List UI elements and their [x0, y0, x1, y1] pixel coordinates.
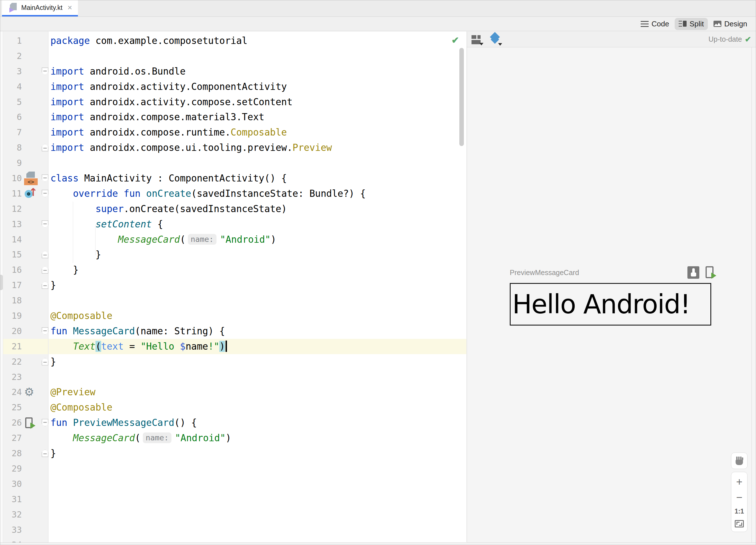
gutter-row[interactable]: 28	[0, 446, 48, 461]
line-number[interactable]: 29	[0, 461, 22, 476]
code-line[interactable]: }	[49, 262, 466, 278]
fold-marker[interactable]	[42, 144, 48, 151]
code-line[interactable]: import androidx.compose.ui.tooling.previ…	[49, 140, 466, 155]
line-number[interactable]: 26	[0, 415, 22, 431]
line-number[interactable]: 7	[0, 125, 22, 140]
close-icon[interactable]: ×	[67, 4, 72, 12]
code-line[interactable]	[49, 461, 466, 476]
fold-marker[interactable]	[42, 251, 48, 258]
code-line[interactable]: class MainActivity : ComponentActivity()…	[49, 171, 466, 186]
editor-scrollbar[interactable]	[459, 48, 464, 146]
code-line[interactable]	[49, 370, 466, 385]
line-number[interactable]: 24	[0, 385, 22, 400]
line-number[interactable]: 30	[0, 476, 22, 492]
line-number[interactable]: 21	[0, 339, 22, 354]
gutter-row[interactable]: 11↑	[0, 186, 48, 201]
gutter-row[interactable]: 12	[0, 201, 48, 217]
line-number[interactable]: 23	[0, 370, 22, 385]
line-number[interactable]: 25	[0, 400, 22, 415]
code-line[interactable]: }	[49, 278, 466, 293]
line-number[interactable]: 6	[0, 109, 22, 125]
line-number[interactable]: 2	[0, 48, 22, 64]
zoom-to-fit-icon[interactable]	[735, 520, 744, 527]
code-line[interactable]	[49, 522, 466, 538]
code-line[interactable]: @Composable	[49, 400, 466, 415]
line-number[interactable]: 32	[0, 507, 22, 522]
fold-marker[interactable]	[42, 174, 48, 182]
code-editor[interactable]: 12345678910<>11↑121314151617181920212223…	[0, 31, 466, 543]
line-number[interactable]: 28	[0, 446, 22, 461]
line-number[interactable]: 27	[0, 431, 22, 446]
gutter-row[interactable]: 7	[0, 125, 48, 140]
code-line[interactable]: setContent {	[49, 217, 466, 232]
tab-mainactivity[interactable]: MainActivity.kt ×	[2, 0, 78, 16]
code-line[interactable]: import androidx.compose.material3.Text	[49, 109, 466, 125]
tool-window-handle[interactable]	[0, 275, 3, 290]
line-number[interactable]: 9	[0, 155, 22, 171]
line-number[interactable]: 18	[0, 293, 22, 308]
fold-marker[interactable]	[42, 220, 48, 228]
line-number[interactable]: 12	[0, 201, 22, 217]
line-number[interactable]: 20	[0, 324, 22, 339]
gutter-row[interactable]: 18	[0, 293, 48, 308]
gutter-row[interactable]: 1	[0, 33, 48, 48]
fold-marker[interactable]	[42, 190, 48, 197]
zoom-in-button[interactable]: +	[736, 476, 742, 487]
line-number[interactable]: 34	[0, 537, 22, 543]
code-line[interactable]: override fun onCreate(savedInstanceState…	[49, 186, 466, 201]
gutter-row[interactable]: 21	[0, 339, 48, 354]
zoom-actual-size-button[interactable]: 1:1	[734, 508, 744, 515]
code-line[interactable]: super.onCreate(savedInstanceState)	[49, 201, 466, 217]
code-line[interactable]: fun MessageCard(name: String) {	[49, 324, 466, 339]
gutter-row[interactable]: 6	[0, 109, 48, 125]
line-number[interactable]: 33	[0, 522, 22, 538]
gutter-row[interactable]: 34	[0, 537, 48, 543]
gutter-row[interactable]: 30	[0, 476, 48, 492]
line-number[interactable]: 19	[0, 308, 22, 324]
run-preview-device-icon[interactable]	[25, 417, 37, 429]
gutter-row[interactable]: 14	[0, 232, 48, 247]
line-number[interactable]: 17	[0, 278, 22, 293]
gutter-row[interactable]: 25	[0, 400, 48, 415]
fold-marker[interactable]	[42, 281, 48, 289]
gutter-row[interactable]: 13	[0, 217, 48, 232]
code-line[interactable]	[49, 476, 466, 492]
code-line[interactable]	[49, 48, 466, 64]
gutter-row[interactable]: 8	[0, 140, 48, 155]
gutter-row[interactable]: 27	[0, 431, 48, 446]
code-line[interactable]: import android.os.Bundle	[49, 64, 466, 79]
code-line[interactable]: import androidx.activity.ComponentActivi…	[49, 79, 466, 94]
gutter-row[interactable]: 15	[0, 247, 48, 262]
gutter-row[interactable]: 16	[0, 262, 48, 278]
code-area[interactable]: package com.example.composetutorialimpor…	[49, 31, 466, 542]
override-method-icon[interactable]: ↑	[25, 188, 38, 200]
layers-icon[interactable]	[489, 33, 503, 46]
line-number[interactable]: 13	[0, 217, 22, 232]
gutter-row[interactable]: 10<>	[0, 171, 48, 186]
code-line[interactable]	[49, 155, 466, 171]
kotlin-class-icon[interactable]: <>	[24, 171, 38, 185]
code-line[interactable]	[49, 507, 466, 522]
gutter-row[interactable]: 20	[0, 324, 48, 339]
run-preview-icon[interactable]	[706, 266, 717, 279]
gutter-row[interactable]: 24⚙	[0, 385, 48, 400]
zoom-out-button[interactable]: −	[736, 492, 742, 503]
code-line[interactable]: fun PreviewMessageCard() {	[49, 415, 466, 431]
code-line[interactable]: @Preview	[49, 385, 466, 400]
code-line[interactable]	[49, 492, 466, 507]
code-line[interactable]	[49, 537, 466, 543]
code-line[interactable]: import androidx.compose.runtime.Composab…	[49, 125, 466, 140]
code-line[interactable]: }	[49, 446, 466, 461]
gutter-row[interactable]: 9	[0, 155, 48, 171]
pan-button[interactable]	[731, 453, 747, 469]
gutter-row[interactable]: 32	[0, 507, 48, 522]
gutter-row[interactable]: 31	[0, 492, 48, 507]
gutter-row[interactable]: 22	[0, 354, 48, 370]
code-line[interactable]: }	[49, 354, 466, 370]
preview-settings-gear-icon[interactable]: ⚙	[24, 385, 34, 400]
line-number[interactable]: 8	[0, 140, 22, 155]
line-number[interactable]: 31	[0, 492, 22, 507]
code-line[interactable]: MessageCard(name:"Android")	[49, 431, 466, 446]
line-number[interactable]: 11	[0, 186, 22, 201]
fold-marker[interactable]	[42, 266, 48, 274]
